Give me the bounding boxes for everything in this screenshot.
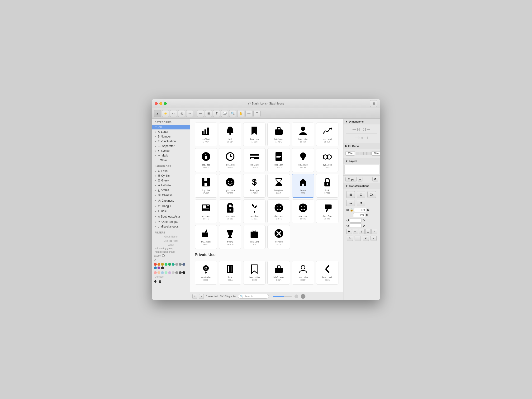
minus-tool[interactable]: — bbox=[245, 110, 253, 117]
remove-glyph-button[interactable]: − bbox=[199, 294, 204, 299]
swatch-dark-gray[interactable] bbox=[179, 263, 182, 266]
sidebar-item-cyrillic[interactable]: ▶ Я Cyrillic bbox=[152, 173, 190, 178]
zoom-button[interactable] bbox=[164, 102, 167, 105]
sidebar-item-hebrew[interactable]: ▶ ש Hebrew bbox=[152, 183, 190, 188]
glyph-cell-bust-outline[interactable]: bust…tline E01F bbox=[292, 261, 314, 285]
dimensions-header[interactable]: ▼ Dimensions bbox=[343, 119, 380, 124]
ellipse-tool[interactable]: ◎ bbox=[178, 110, 185, 117]
sidebar-item-arabic[interactable]: ▶ ع Arabic bbox=[152, 188, 190, 192]
close-button[interactable] bbox=[155, 102, 158, 105]
sidebar-item-japanese[interactable]: ▶ あ Japanese bbox=[152, 198, 190, 203]
scale-x-input[interactable] bbox=[354, 208, 366, 212]
glyph-cell-seedling[interactable]: seedling 1F331 bbox=[243, 200, 266, 223]
glyph-cell-unlocked[interactable]: ope…ock 1F513 bbox=[219, 200, 241, 223]
comment-tool[interactable]: 💬 bbox=[221, 110, 228, 117]
glyph-cell-lock[interactable]: lock 1F512 bbox=[316, 174, 338, 198]
transform-btn-center-h[interactable]: ⊡ bbox=[357, 191, 365, 198]
up-down-icon-2[interactable]: ⇅ bbox=[366, 214, 368, 217]
copy-button[interactable]: Copy bbox=[345, 177, 357, 181]
glyph-cell-doc[interactable]: doc…ent 1F5CE bbox=[267, 148, 290, 172]
sidebar-item-mark[interactable]: ▶ ✳ Mark bbox=[152, 153, 190, 158]
rotate-input[interactable] bbox=[350, 218, 362, 222]
transform-btn-flip-h[interactable]: ⇔ bbox=[346, 200, 355, 206]
sidebar-item-punctuation[interactable]: ▶ ? Punctuation bbox=[152, 139, 190, 144]
glyph-cell-trophy[interactable]: trophy 1F3C6 bbox=[219, 225, 241, 249]
transformations-header[interactable]: ▼ Transformations bbox=[343, 183, 380, 189]
sidebar-item-miscellaneous[interactable]: ▶ ♪ Miscellaneous bbox=[152, 224, 190, 229]
pen-tool[interactable]: ⚡ bbox=[162, 110, 169, 117]
fit-dot-2[interactable] bbox=[360, 152, 363, 155]
glyph-cell-bookmark-outline[interactable]: boo…utline E020 bbox=[243, 261, 266, 285]
align-left-btn[interactable]: ⊢ bbox=[346, 229, 352, 234]
glyph-cell-info[interactable]: circ…rce 1F6C8 bbox=[195, 148, 217, 172]
text-tool[interactable]: T bbox=[213, 110, 220, 117]
sidebar-item-symbol[interactable]: ▶ § Symbol bbox=[152, 148, 190, 153]
zoom-tool[interactable]: 🔍 bbox=[229, 110, 236, 117]
glyph-cell-back[interactable]: butt…back E021 bbox=[316, 261, 338, 285]
sidebar-item-indic[interactable]: ▶ इ Indic bbox=[152, 209, 190, 214]
glyph-cell-card[interactable]: cre…ard 1F4B3 bbox=[243, 148, 266, 172]
swatch-dark[interactable] bbox=[161, 266, 164, 269]
measure-tool[interactable]: ⊤ bbox=[253, 110, 260, 117]
align-right-btn[interactable]: ⊤ bbox=[359, 229, 365, 234]
swatch-orange[interactable] bbox=[158, 263, 160, 266]
sidebar-item-hangul[interactable]: ▶ 한 Hangul bbox=[152, 203, 190, 209]
fit-dot-4[interactable] bbox=[367, 152, 370, 155]
sidebar-item-all[interactable]: ⊞ All bbox=[152, 125, 190, 129]
fit-right-input[interactable] bbox=[371, 151, 380, 156]
fit-dot-1[interactable] bbox=[356, 152, 359, 155]
settings-icon[interactable]: ⚙ bbox=[154, 279, 157, 283]
rotate-icon[interactable]: ↺ bbox=[346, 218, 349, 222]
glyph-cell-bills[interactable]: bills E00A bbox=[219, 261, 241, 285]
glyph-cell-chart[interactable]: cha…end 1F4C8 bbox=[316, 123, 338, 146]
sidebar-item-number[interactable]: ▶ 9 Number bbox=[152, 134, 190, 139]
transform-btn-flip-v[interactable]: ⇕ bbox=[357, 200, 365, 206]
glyph-cell-briefcase[interactable]: briefcase 1F4BC bbox=[267, 123, 290, 146]
transform-btn-text[interactable]: Cx bbox=[367, 191, 376, 198]
glyph-cell-newspaper[interactable]: ne…aper 1F4F0 bbox=[195, 200, 217, 223]
select-tool[interactable]: ▲ bbox=[154, 110, 161, 117]
component-tool[interactable]: ⊞ bbox=[205, 110, 212, 117]
sidebar-item-southeast-asia[interactable]: ▶ ก Southeast Asia bbox=[152, 214, 190, 219]
split-view-button[interactable]: ⊟ bbox=[370, 100, 377, 107]
add-glyph-button[interactable]: + bbox=[192, 294, 197, 299]
align-tr-btn[interactable]: ↗ bbox=[363, 236, 369, 241]
info-icon[interactable]: ⊞ bbox=[158, 279, 161, 283]
align-tl-btn[interactable]: ↖ bbox=[347, 236, 353, 241]
sidebar-item-chinese[interactable]: ▶ 字 Chinese bbox=[152, 192, 190, 198]
up-down-icon[interactable]: ⇅ bbox=[367, 208, 369, 212]
sidebar-item-letter[interactable]: ▶ A Letter bbox=[152, 129, 190, 134]
glyph-cell-thumbdown[interactable]: thu…Sign 1F44E bbox=[316, 200, 338, 223]
distribute-btn[interactable]: ⊥ bbox=[365, 229, 371, 234]
swatch-light-orange[interactable] bbox=[158, 271, 160, 274]
fit-dot-3[interactable] bbox=[363, 152, 367, 155]
export-checkbox[interactable] bbox=[162, 254, 165, 257]
align-bl-btn[interactable]: ↙ bbox=[370, 236, 377, 241]
fit-left-input[interactable] bbox=[345, 151, 355, 156]
glyph-cell-thumbup[interactable]: thu…Sign 1F44D bbox=[195, 225, 217, 249]
scale-icon[interactable]: ⊞ bbox=[346, 208, 349, 212]
swatch-dark-mid[interactable] bbox=[179, 271, 182, 274]
swatch-light-gray[interactable] bbox=[172, 271, 175, 274]
swatch-yellow[interactable] bbox=[161, 263, 164, 266]
glyph-cell-clock[interactable]: clo…lock 1F552 bbox=[219, 148, 241, 172]
sidebar-item-other[interactable]: Other bbox=[152, 158, 190, 163]
glyph-cell-floppy[interactable]: flop…isk 1F4BE bbox=[195, 174, 217, 198]
pencil-tool[interactable]: ✏ bbox=[186, 110, 193, 117]
swatch-mid-gray[interactable] bbox=[175, 271, 178, 274]
swatch-gray[interactable] bbox=[175, 263, 178, 266]
undo-tool[interactable]: ↩ bbox=[197, 110, 204, 117]
glyph-cell-bust[interactable]: bus…ette 1F464 bbox=[292, 123, 314, 146]
swatch-red[interactable] bbox=[154, 263, 157, 266]
slant-apply-icon[interactable]: ⊘ bbox=[362, 224, 365, 227]
swatch-blue[interactable] bbox=[154, 266, 157, 269]
glyph-cell-bookmark[interactable]: boo…ark 1F516 bbox=[243, 123, 266, 146]
glyph-cell-gift[interactable]: wra…ent 1F381 bbox=[243, 225, 266, 249]
align-center-btn[interactable]: ⊣ bbox=[353, 229, 358, 234]
swatch-blue-gray[interactable] bbox=[182, 263, 185, 266]
glyph-cell-house[interactable]: house 2302 bbox=[292, 174, 314, 198]
gear-button[interactable]: ⚙ bbox=[372, 177, 378, 181]
glyph-cell-bulb[interactable]: ele…Bulb 1F4A1 bbox=[292, 148, 314, 172]
hand-tool[interactable]: ✋ bbox=[237, 110, 244, 117]
scale-y-input[interactable] bbox=[353, 213, 365, 217]
